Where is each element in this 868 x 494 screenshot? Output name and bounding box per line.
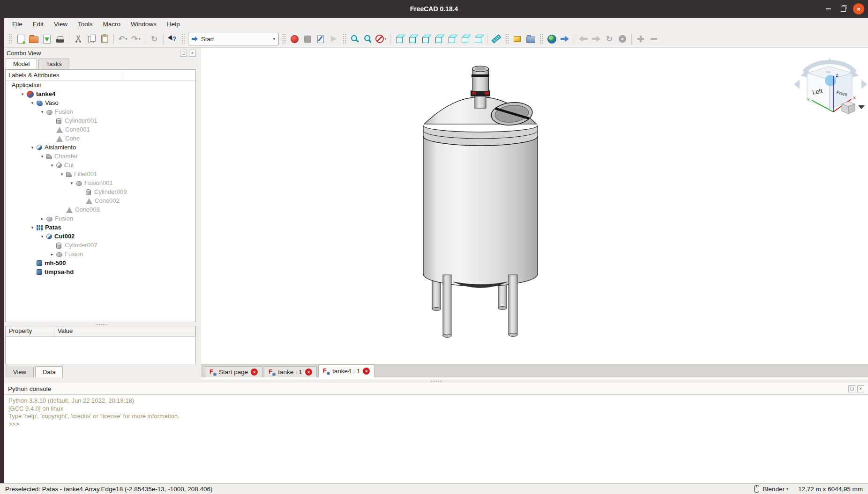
tab-view[interactable]: View: [6, 367, 34, 377]
toolbar-button-whats-this[interactable]: ?: [166, 33, 179, 45]
tab-close-icon[interactable]: ×: [251, 369, 258, 376]
tree-item-fusion[interactable]: ▾Fusion: [6, 107, 195, 116]
toolbar-button-zoom-out[interactable]: [648, 33, 660, 45]
toolbar-button-macro-record[interactable]: [288, 33, 300, 45]
tree-item-cut[interactable]: ▾Cut: [6, 161, 195, 170]
cube-face-top-label[interactable]: Top: [826, 70, 831, 74]
toolbar-button-create-part[interactable]: [511, 33, 524, 45]
nav-cube-menu-icon[interactable]: [842, 102, 865, 114]
toolbar-button-web-home[interactable]: [546, 33, 558, 45]
tree-item-fusion[interactable]: ▸Fusion: [6, 214, 195, 223]
3d-viewport[interactable]: Left Front Top Z X Y: [201, 48, 868, 364]
toolbar-button-zoom-in[interactable]: [635, 33, 647, 45]
menu-view[interactable]: View: [49, 19, 73, 29]
toolbar-button-print[interactable]: [54, 33, 66, 45]
navigation-cube[interactable]: Left Front Top Z X Y: [791, 48, 868, 118]
toolbar-button-view-left[interactable]: [472, 33, 484, 45]
toolbar-button-view-front[interactable]: [406, 33, 419, 45]
toolbar-button-open-document[interactable]: [28, 33, 40, 45]
toolbar-button-measure-distance[interactable]: [490, 33, 502, 45]
toolbar-grip[interactable]: [539, 34, 543, 44]
toolbar-button-refresh[interactable]: ↻: [148, 33, 160, 45]
tree-item-tanke4[interactable]: ▾tanke4: [6, 89, 195, 98]
toolbar-button-web-refresh[interactable]: ↻: [603, 33, 615, 45]
toolbar-grip[interactable]: [181, 34, 185, 44]
menu-file[interactable]: File: [7, 19, 28, 29]
toolbar-button-redo[interactable]: ↷▾: [130, 33, 142, 45]
document-tab-tanke4-1[interactable]: tanke4 : 1×: [318, 364, 374, 377]
expander-icon[interactable]: ▾: [29, 145, 36, 150]
expander-icon[interactable]: ▾: [29, 225, 36, 230]
document-tab-start-page[interactable]: Start page×: [205, 366, 262, 377]
toolbar-button-fit-all[interactable]: [349, 33, 361, 45]
tree-item-cylinder001[interactable]: Cylinder001: [6, 116, 195, 125]
tree-item-application[interactable]: Application: [6, 81, 195, 89]
close-console-icon[interactable]: ×: [857, 385, 864, 392]
tree-item-cone003[interactable]: Cone003: [6, 205, 195, 214]
menu-windows[interactable]: Windows: [126, 19, 162, 29]
tab-model[interactable]: Model: [6, 58, 37, 69]
toolbar-button-view-right[interactable]: [433, 33, 445, 45]
toolbar-button-new-document[interactable]: [15, 33, 27, 45]
toolbar-grip[interactable]: [282, 34, 285, 44]
toolbar-button-nav-forward[interactable]: [590, 33, 602, 45]
document-tab-tanke-1[interactable]: tanke : 1×: [264, 366, 317, 377]
toolbar-button-view-rear[interactable]: [446, 33, 458, 45]
toolbar-button-view-bottom[interactable]: [459, 33, 471, 45]
restore-button[interactable]: [838, 4, 848, 14]
tree-item-fusion[interactable]: ▸Fusion: [6, 250, 195, 258]
toolbar-button-web-open[interactable]: [559, 33, 571, 45]
python-console-input[interactable]: Python 3.8.10 (default, Jun 22 2022, 20:…: [4, 395, 868, 430]
toolbar-button-paste[interactable]: [98, 33, 111, 45]
toolbar-button-view-axonometric[interactable]: [393, 33, 405, 45]
workbench-selector[interactable]: Start▾: [188, 33, 279, 45]
tab-close-icon[interactable]: ×: [305, 369, 312, 376]
menu-tools[interactable]: Tools: [73, 19, 98, 29]
close-button[interactable]: ×: [853, 3, 864, 15]
tree-item-cylinder007[interactable]: Cylinder007: [6, 241, 195, 250]
toolbar-grip[interactable]: [8, 34, 12, 44]
expander-icon[interactable]: ▾: [49, 163, 55, 168]
tree-item-cylinder009[interactable]: Cylinder009: [6, 187, 195, 196]
nav-style-selector[interactable]: Blender: [763, 486, 785, 493]
tree-item-patas[interactable]: ▾Patas: [6, 223, 195, 232]
toolbar-button-web-stop[interactable]: ×: [616, 33, 629, 45]
tree-item-cone002[interactable]: Cone002: [6, 196, 195, 205]
minimize-button[interactable]: [823, 4, 833, 14]
toolbar-button-nav-back[interactable]: [577, 33, 589, 45]
toolbar-button-macro-play[interactable]: [328, 33, 340, 45]
expander-icon[interactable]: ▾: [68, 181, 75, 185]
toolbar-button-save-document[interactable]: [41, 33, 53, 45]
float-panel-icon[interactable]: ❏: [180, 50, 187, 57]
tab-tasks[interactable]: Tasks: [38, 59, 69, 69]
close-panel-icon[interactable]: ×: [189, 50, 196, 57]
tab-data[interactable]: Data: [35, 366, 63, 377]
menu-macro[interactable]: Macro: [98, 19, 126, 29]
expander-icon[interactable]: ▾: [39, 154, 45, 159]
menu-help[interactable]: Help: [162, 19, 185, 29]
tree-item-aislamiento[interactable]: ▾Aislamiento: [6, 143, 195, 152]
toolbar-button-draw-style[interactable]: ▾: [375, 33, 387, 45]
tree-item-cut002[interactable]: ▾Cut002: [6, 232, 195, 241]
toolbar-button-cut[interactable]: [72, 33, 84, 45]
expander-icon[interactable]: ▸: [49, 252, 55, 257]
tree-item-cone[interactable]: Cone: [6, 134, 195, 143]
tree-item-timpsa-hd[interactable]: timpsa-hd: [6, 267, 195, 276]
toolbar-grip[interactable]: [343, 34, 346, 44]
expander-icon[interactable]: ▾: [39, 110, 45, 114]
toolbar-button-create-group[interactable]: [524, 33, 537, 45]
property-column-header[interactable]: Property: [6, 326, 54, 336]
toolbar-button-copy[interactable]: [85, 33, 97, 45]
tree-item-vaso[interactable]: ▾Vaso: [6, 98, 195, 107]
toolbar-grip[interactable]: [505, 34, 509, 44]
tree-item-fusion001[interactable]: ▾Fusion001: [6, 178, 195, 187]
toolbar-button-macro-edit[interactable]: [314, 33, 327, 45]
tree-item-cone001[interactable]: Cone001: [6, 125, 195, 134]
toolbar-button-fit-selection[interactable]: [362, 33, 374, 45]
expander-icon[interactable]: ▾: [39, 234, 45, 239]
expander-icon[interactable]: ▾: [29, 101, 36, 105]
expander-icon[interactable]: ▸: [39, 216, 45, 221]
tree-item-mh-500[interactable]: mh-500: [6, 258, 195, 267]
tree-item-fillet001[interactable]: ▾Fillet001: [6, 170, 195, 178]
float-console-icon[interactable]: ❏: [848, 385, 855, 392]
